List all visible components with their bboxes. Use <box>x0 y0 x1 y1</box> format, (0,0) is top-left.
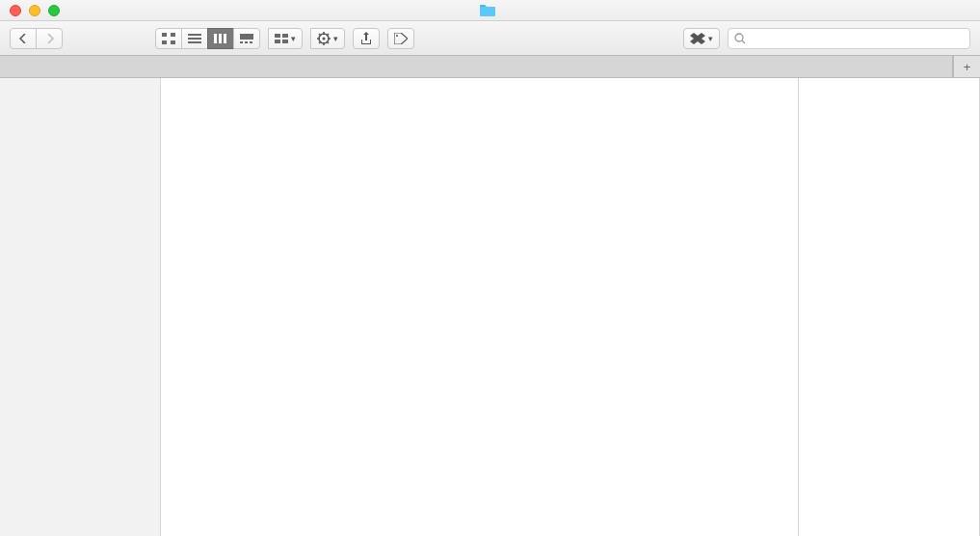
nav-buttons <box>10 28 63 49</box>
svg-rect-4 <box>188 34 201 36</box>
new-tab-button[interactable]: + <box>953 56 980 77</box>
back-button[interactable] <box>10 28 37 49</box>
tags-button[interactable] <box>387 28 414 49</box>
column-1 <box>161 78 799 536</box>
titlebar <box>0 0 980 21</box>
svg-rect-0 <box>162 33 167 37</box>
svg-rect-1 <box>171 33 175 37</box>
action-button[interactable]: ▾ <box>310 28 345 49</box>
tab-bar: + <box>0 56 980 78</box>
column-2 <box>799 78 980 536</box>
svg-rect-12 <box>245 41 248 43</box>
arrange-button[interactable]: ▾ <box>268 28 303 49</box>
search-icon <box>734 33 746 44</box>
zoom-window-button[interactable] <box>48 5 60 16</box>
share-button[interactable] <box>353 28 380 49</box>
minimize-window-button[interactable] <box>29 5 40 16</box>
view-gallery-button[interactable] <box>233 28 260 49</box>
view-icons-button[interactable] <box>155 28 182 49</box>
view-columns-button[interactable] <box>207 28 234 49</box>
svg-rect-2 <box>162 40 167 44</box>
svg-point-20 <box>396 35 398 37</box>
folder-icon <box>480 5 495 16</box>
tab-current[interactable] <box>0 56 953 77</box>
svg-rect-11 <box>240 41 243 43</box>
svg-rect-10 <box>240 34 253 40</box>
svg-rect-17 <box>282 40 288 43</box>
svg-rect-7 <box>214 34 217 43</box>
svg-point-21 <box>735 34 743 41</box>
search-box[interactable] <box>728 28 970 49</box>
svg-rect-3 <box>171 40 175 44</box>
svg-point-19 <box>323 37 326 40</box>
svg-rect-6 <box>188 41 201 43</box>
svg-rect-15 <box>282 34 288 38</box>
svg-rect-5 <box>188 38 201 40</box>
view-list-button[interactable] <box>181 28 208 49</box>
svg-rect-8 <box>219 34 222 43</box>
toolbar: ▾ ▾ ▾ <box>0 21 980 56</box>
svg-rect-9 <box>224 34 226 43</box>
sidebar <box>0 78 161 536</box>
forward-button[interactable] <box>36 28 63 49</box>
close-window-button[interactable] <box>10 5 21 16</box>
svg-rect-14 <box>275 34 280 38</box>
column-view <box>161 78 980 536</box>
svg-rect-16 <box>275 40 280 43</box>
dropbox-toolbar-button[interactable]: ▾ <box>683 28 720 49</box>
svg-rect-13 <box>250 41 252 43</box>
search-input[interactable] <box>751 31 964 45</box>
view-mode-buttons <box>155 28 260 49</box>
